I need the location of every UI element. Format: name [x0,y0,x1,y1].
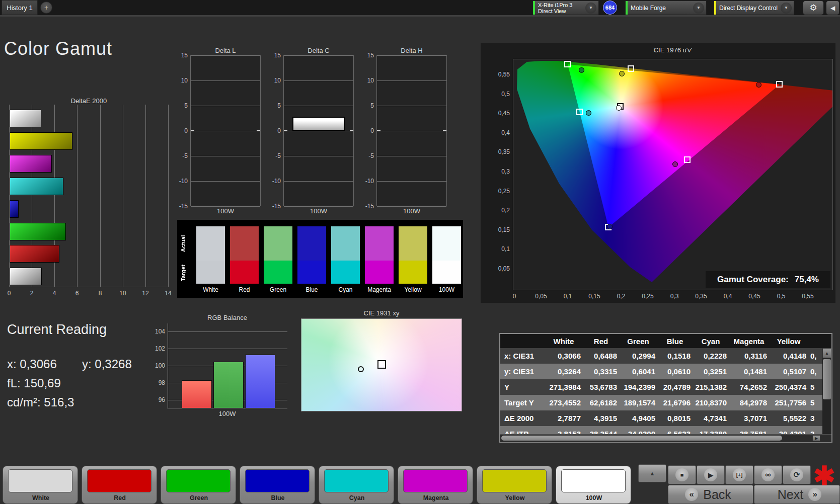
pattern-button-red[interactable]: Red [82,466,157,504]
up-arrow-icon: ▲ [650,470,655,476]
pattern-button-label: Yellow [477,494,553,501]
refresh-button[interactable]: ⟳ [783,465,811,484]
gridline [191,80,260,81]
zero-tick [350,130,353,131]
y-tick-label: 10 [359,77,374,84]
y-tick-label: 10 [266,77,281,84]
table-cell-partial: 5 [810,395,822,410]
table-cell: 5,5522 [771,410,810,426]
x-tick-label: 14 [161,290,175,297]
x-tick-label: 0,35 [692,293,710,300]
delta-h-chart: 151050-5-10-15 [376,55,447,206]
table-row: ΔE 20002,78774,39154,94050,80154,73413,7… [500,410,831,426]
actual-target-swatch-panel: Actual Target WhiteRedGreenBlueCyanMagen… [177,220,463,298]
table-vertical-scrollbar[interactable]: ▲ [822,348,831,434]
delta-h-title: Delta H [376,47,447,54]
x-tick-label: 0,4 [719,293,737,300]
actual-row-label: Actual [180,226,186,261]
deltae-bar-green [10,223,66,240]
table-cell: 0,3116 [731,348,771,364]
actual-swatch-white [196,226,225,261]
x-tick-label: 0 [505,293,523,300]
gridline [284,181,353,182]
tab-history-1[interactable]: History 1 [2,0,38,15]
collapse-panel-button[interactable]: ◀ [826,1,839,15]
play-button[interactable]: ▶ [697,465,725,484]
delta-h-group-label: 100W [376,207,447,215]
divider [0,15,840,17]
table-cell: 0,6041 [621,364,659,379]
y-tick-label: 96 [149,396,165,403]
pattern-button-magenta[interactable]: Magenta [398,466,473,504]
delta-bar [292,117,345,131]
y-tick-label: 0,1 [491,245,510,253]
back-chevron-icon: « [685,488,698,501]
gridline [77,105,78,287]
target-swatch-magenta [365,261,394,284]
row-label: Y [500,379,547,395]
y-tick-label: 0,15 [491,226,510,233]
column-header-green: Green [621,334,659,348]
table-cell: 0,6488 [585,348,621,364]
table-cell: 0,3315 [585,364,621,379]
settings-button[interactable]: ⚙ [803,1,824,15]
scroll-right-arrow[interactable]: ▶ [812,435,820,441]
pattern-button-green[interactable]: Green [161,466,236,504]
pattern-button-blue[interactable]: Blue [240,466,315,504]
continuous-button[interactable]: ∞ [754,465,782,484]
table-horizontal-scrollbar[interactable]: ▶ [500,434,831,442]
pattern-button-label: 100W [556,494,632,501]
pattern-swatch [482,469,547,492]
pattern-swatch [324,469,389,492]
x-tick-label: 0 [2,290,16,297]
gridline [377,181,446,182]
pattern-button-yellow[interactable]: Yellow [477,466,552,504]
column-header-yellow: Yellow [771,334,810,348]
stop-button[interactable]: ■ [668,465,696,484]
back-button[interactable]: « Back [668,485,753,504]
y-tick-label: 10 [173,77,188,84]
cie1976-title: CIE 1976 u'v' [513,46,833,54]
row-label: Target Y [500,395,547,410]
pattern-up-button[interactable]: ▲ [638,464,666,482]
display-control-dropdown[interactable]: Direct Display Control ▼ [714,1,794,15]
zero-tick [257,130,260,131]
scroll-up-arrow[interactable]: ▲ [822,348,831,358]
pattern-button-100w[interactable]: 100W [556,466,631,504]
zero-tick [443,130,446,131]
table-cell: 0,1518 [659,348,695,364]
scrollbar-thumb[interactable] [823,359,831,399]
infinity-icon: ∞ [761,468,775,481]
pattern-swatch [561,469,626,492]
meter-count-badge[interactable]: 684 [603,1,617,15]
cie1931-target-marker [377,360,386,369]
pattern-button-label: Blue [240,494,316,501]
table-cell: 53,6783 [585,379,621,395]
table-cell: 0,3264 [547,364,585,379]
pattern-button-label: Magenta [398,494,474,501]
measured-marker-red [756,82,761,88]
add-tab-button[interactable]: + [40,2,52,14]
table-row: Y271,398453,6783194,239920,4789215,13827… [500,379,831,395]
x-tick-label: 4 [47,290,61,297]
scrollbar-thumb[interactable] [501,436,782,441]
source-dropdown[interactable]: Mobile Forge ▼ [625,1,707,15]
zero-tick [284,130,287,131]
gridline [284,206,353,207]
chevron-down-icon: ▼ [693,3,704,14]
deltae-bar-white [10,110,41,127]
step-button[interactable]: [+] [725,465,753,484]
y-tick-label: 98 [149,379,165,386]
pattern-swatch [87,469,151,492]
pattern-button-white[interactable]: White [3,466,78,504]
y-tick-label: 0,2 [491,207,510,214]
gridline [123,105,123,287]
pattern-button-cyan[interactable]: Cyan [319,466,394,504]
y-tick-label: -10 [266,178,281,185]
cie1931-chart [301,318,462,411]
cie1976-chart [513,59,833,290]
target-marker-red [776,81,783,88]
delta-c-title: Delta C [283,47,354,54]
table-cell: 74,2652 [731,379,771,395]
meter-dropdown[interactable]: X-Rite i1Pro 3Direct View ▼ [532,1,599,15]
